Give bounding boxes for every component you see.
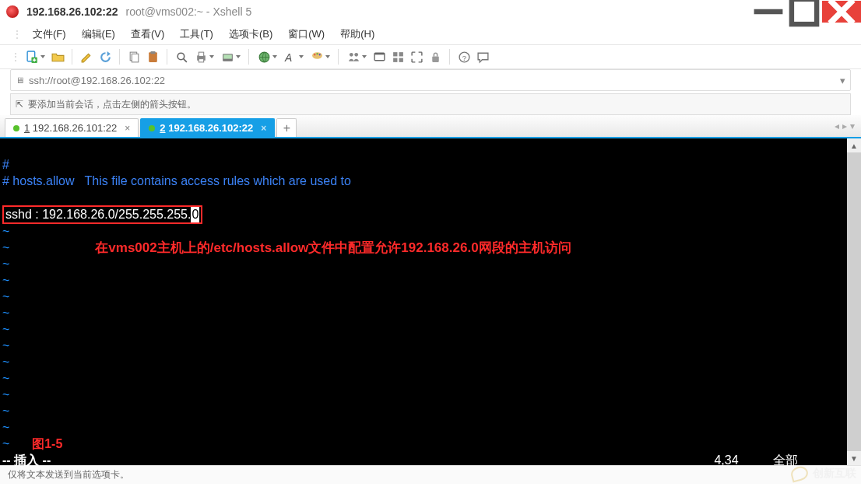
minimize-button[interactable] [750,1,786,23]
svg-rect-31 [399,58,402,61]
svg-rect-16 [199,58,203,61]
svg-rect-1 [792,0,817,24]
terminal-tilde: ~ [2,339,9,352]
tab-2-close[interactable]: × [261,123,266,134]
tab-nav: ◂ ▸ ▾ [828,115,861,137]
fullscreen-button[interactable] [371,49,387,65]
tab-list-button[interactable]: ▾ [850,121,855,131]
svg-rect-18 [223,54,232,58]
scroll-down-button[interactable]: ▼ [847,451,861,465]
tab-1-index: 1 [24,122,30,134]
lock-button[interactable] [427,49,443,65]
menu-file[interactable]: 文件(F) [26,25,72,44]
address-bar[interactable]: 🖥 ssh://root@192.168.26.102:22 ▾ [10,69,851,91]
svg-rect-30 [393,58,397,61]
terminal-tilde: ~ [2,437,9,450]
svg-rect-11 [150,51,155,54]
tab-2-label: 192.168.26.102:22 [168,122,253,134]
menu-tabs[interactable]: 选项卡(B) [223,25,279,44]
status-dot-icon [149,125,155,131]
menu-tools[interactable]: 工具(T) [174,25,220,44]
paste-button[interactable] [145,49,160,65]
vim-status-line: -- 插入 --4,34 全部 [2,453,845,468]
svg-rect-27 [374,53,385,54]
sessions-button[interactable] [345,49,368,65]
toolbar-separator [338,49,339,65]
toolbar-grip: ⋮ [11,51,20,62]
figure-label: 图1-5 [32,437,62,450]
svg-rect-29 [399,52,402,56]
help-button[interactable]: ? [456,49,472,65]
svg-line-13 [183,58,186,61]
tile-button[interactable] [390,49,406,65]
tab-next-button[interactable]: ▸ [842,121,847,131]
tab-session-2[interactable]: 2 192.168.26.102:22 × [140,118,275,137]
copy-button[interactable] [126,49,142,65]
new-session-button[interactable] [23,49,47,65]
tab-session-1[interactable]: 1 192.168.26.101:22 × [5,118,139,137]
svg-point-21 [314,54,315,55]
open-button[interactable] [50,49,65,65]
tab-add-button[interactable]: + [276,118,297,137]
hint-bar: ⇱ 要添加当前会话，点击左侧的箭头按钮。 [10,93,851,115]
menu-view[interactable]: 查看(V) [125,25,170,44]
terminal-tilde: ~ [2,225,9,238]
hint-icon[interactable]: ⇱ [16,99,23,110]
svg-text:A: A [284,51,292,63]
terminal-tilde: ~ [2,241,9,254]
menu-edit[interactable]: 编辑(E) [76,25,121,44]
svg-point-12 [177,53,184,60]
svg-text:?: ? [462,53,466,61]
svg-point-23 [318,54,320,55]
color-button[interactable] [308,49,332,65]
font-button[interactable]: A [282,49,305,65]
find-button[interactable] [174,49,189,65]
address-dropdown[interactable]: ▾ [840,75,845,86]
annotation-text: 在vms002主机上的/etc/hosts.allow文件中配置允许192.16… [95,240,571,256]
terminal[interactable]: # # hosts.allow This file contains acces… [0,138,847,465]
toolbar-separator [449,49,450,65]
svg-rect-32 [432,56,439,61]
terminal-tilde: ~ [2,355,9,369]
edit-button[interactable] [79,49,94,65]
scroll-track[interactable] [847,152,861,451]
address-url: ssh://root@192.168.26.102:22 [29,75,165,86]
toolbar-separator [119,49,120,65]
terminal-tilde: ~ [2,274,9,287]
tab-strip: 1 192.168.26.101:22 × 2 192.168.26.102:2… [0,115,861,138]
tab-prev-button[interactable]: ◂ [835,121,839,131]
reconnect-button[interactable] [97,49,113,65]
scroll-up-button[interactable]: ▲ [847,138,861,152]
close-button[interactable] [822,1,861,23]
terminal-tilde: ~ [2,372,9,385]
menu-window[interactable]: 窗口(W) [282,25,331,44]
svg-point-22 [316,53,318,54]
terminal-tilde: ~ [2,421,9,434]
terminal-tilde: ~ [2,257,9,271]
language-button[interactable] [255,49,279,65]
status-dot-icon [13,125,19,131]
status-text: 仅将文本发送到当前选项卡。 [8,468,129,481]
chat-button[interactable] [475,49,490,65]
svg-rect-15 [199,52,203,56]
maximize-button[interactable] [786,1,822,23]
cursor: 0 [191,207,199,222]
menu-help[interactable]: 帮助(H) [334,25,381,44]
toolbar-separator [167,49,167,65]
url-icon: 🖥 [16,75,24,85]
svg-point-24 [349,52,353,56]
app-icon [6,5,19,18]
properties-button[interactable] [219,49,242,65]
terminal-line: # hosts.allow This file contains access … [2,174,351,187]
title-ip: 192.168.26.102:22 [26,5,118,18]
toolbar-separator [72,49,72,65]
title-subtitle: root@vms002:~ - Xshell 5 [126,5,252,18]
terminal-tilde: ~ [2,404,9,418]
toolbar: ⋮ A ? [0,45,861,69]
svg-rect-9 [132,54,139,62]
print-button[interactable] [192,49,216,65]
expand-button[interactable] [409,49,424,65]
hint-text: 要添加当前会话，点击左侧的箭头按钮。 [28,98,196,111]
scrollbar[interactable]: ▲ ▼ [847,138,861,465]
tab-1-close[interactable]: × [125,123,130,134]
